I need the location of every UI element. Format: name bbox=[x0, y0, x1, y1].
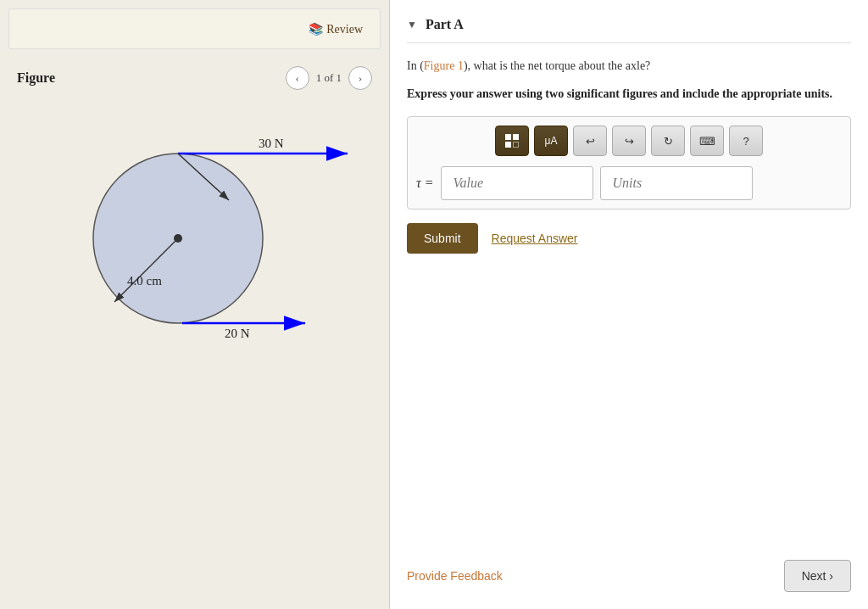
part-title: Part A bbox=[426, 17, 464, 32]
figure-diagram: 4.0 cm 30 N 20 N bbox=[17, 107, 372, 344]
nav-counter: 1 of 1 bbox=[316, 71, 342, 85]
svg-text:30 N: 30 N bbox=[259, 137, 284, 150]
mu-button[interactable]: μA bbox=[534, 126, 568, 156]
left-panel: 📚 Review Figure ‹ 1 of 1 › 4.0 cm bbox=[0, 0, 390, 609]
figure-title: Figure bbox=[17, 70, 55, 86]
toolbar: μA ↩ ↪ ↻ ⌨ ? bbox=[416, 126, 842, 156]
next-button[interactable]: Next › bbox=[784, 560, 851, 592]
keyboard-button[interactable]: ⌨ bbox=[690, 126, 724, 156]
help-button[interactable]: ? bbox=[729, 126, 763, 156]
feedback-row: Provide Feedback Next › bbox=[407, 560, 851, 592]
collapse-icon[interactable]: ▼ bbox=[407, 19, 417, 31]
answer-box: μA ↩ ↪ ↻ ⌨ ? τ = bbox=[407, 116, 851, 210]
diagram-svg: 4.0 cm 30 N 20 N bbox=[34, 107, 356, 344]
redo-button[interactable]: ↪ bbox=[612, 126, 646, 156]
review-label: Review bbox=[326, 23, 363, 36]
answer-inputs: τ = bbox=[416, 166, 842, 200]
units-input[interactable] bbox=[600, 166, 753, 200]
question-text: In (Figure 1), what is the net torque ab… bbox=[407, 57, 851, 75]
grid-button[interactable] bbox=[495, 126, 529, 156]
provide-feedback-link[interactable]: Provide Feedback bbox=[407, 569, 503, 583]
svg-text:20 N: 20 N bbox=[225, 327, 250, 340]
review-icon: 📚 bbox=[309, 23, 323, 36]
figure-link[interactable]: Figure 1 bbox=[424, 59, 464, 72]
submit-row: Submit Request Answer bbox=[407, 223, 851, 254]
review-bar: 📚 Review bbox=[8, 8, 381, 49]
figure-section: Figure ‹ 1 of 1 › 4.0 cm bbox=[0, 58, 389, 609]
part-header: ▼ Part A bbox=[407, 17, 851, 43]
right-panel: ▼ Part A In (Figure 1), what is the net … bbox=[390, 0, 868, 609]
nav-next-button[interactable]: › bbox=[348, 66, 372, 90]
svg-text:4.0 cm: 4.0 cm bbox=[127, 274, 162, 288]
instruction-text: Express your answer using two significan… bbox=[407, 85, 851, 103]
refresh-button[interactable]: ↻ bbox=[651, 126, 685, 156]
figure-nav: ‹ 1 of 1 › bbox=[286, 66, 372, 90]
submit-button[interactable]: Submit bbox=[407, 223, 478, 254]
value-input[interactable] bbox=[441, 166, 593, 200]
nav-prev-button[interactable]: ‹ bbox=[286, 66, 309, 90]
undo-button[interactable]: ↩ bbox=[573, 126, 607, 156]
figure-header: Figure ‹ 1 of 1 › bbox=[17, 66, 372, 90]
request-answer-link[interactable]: Request Answer bbox=[492, 232, 578, 245]
tau-label: τ = bbox=[416, 176, 434, 191]
